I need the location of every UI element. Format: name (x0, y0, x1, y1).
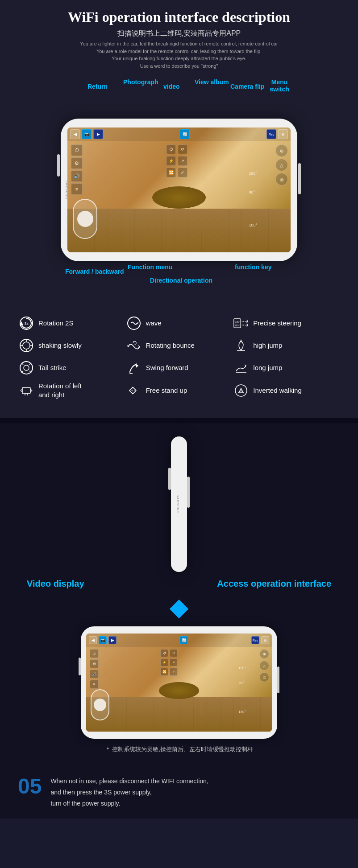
room-floor-3 (86, 697, 272, 732)
ph3-ri-2[interactable]: △ (259, 661, 269, 671)
svg-text:/90°: /90° (235, 324, 240, 327)
ph3-return[interactable]: ◀ (89, 636, 97, 644)
rotation2s-label: Rotation 2S (38, 319, 73, 328)
ph3-ci-4[interactable]: ↗ (170, 658, 178, 666)
free-stand-label: Free stand up (146, 386, 187, 395)
svg-rect-10 (22, 387, 30, 394)
ctrl-1[interactable]: ⏱ (71, 144, 83, 156)
shaking-icon (18, 337, 35, 354)
ph3-capsule-btn (94, 699, 106, 711)
ruler-line (201, 148, 201, 232)
func-free-stand: Free stand up (125, 382, 233, 399)
ph3-ctrl-3[interactable]: 🔊 (90, 670, 99, 679)
func-rotation2s: 2s Rotation 2S (18, 315, 125, 332)
phone-side-right (298, 163, 301, 194)
ph3-side-l (79, 658, 81, 675)
wave-icon (125, 315, 142, 332)
ri-2[interactable]: △ (275, 159, 288, 171)
rotation2s-icon: 2s (18, 315, 35, 332)
video-section: SAMSUNG (0, 423, 358, 626)
phone-screen-1: ◀ 📷 ▶ 🔄 Rev ⊕ ⏱ ⚙ 🔊 (67, 128, 291, 252)
ph3-ci-1[interactable]: ⏱ (160, 649, 168, 657)
ph3-capsule (91, 689, 109, 720)
func-swing-forward: Swing forward (125, 359, 233, 376)
ph3-ci-5[interactable]: 🔀 (160, 668, 168, 676)
func-wave: wave (125, 315, 233, 332)
ctrl-3[interactable]: 🔊 (71, 170, 83, 182)
phone-1-wrapper: SAMSUNG ◀ 📷 ▶ 🔄 Rev ⊕ (18, 119, 340, 261)
ph3-center-icons: ⏱ ↺ ⚡ ↗ 🔀 ⤢ (160, 649, 178, 676)
ph3-top-bar: ◀ 📷 ▶ 🔄 Rev ⊕ (86, 634, 272, 647)
func-precise: 180° /90° Precise steering (233, 315, 340, 332)
ph3-side-r (277, 666, 279, 693)
bottom-note-section: ＊ 控制系统较为灵敏,操控前后、左右时请缓慢推动控制杆 (18, 739, 340, 760)
ph3-photo[interactable]: 📷 (99, 636, 107, 644)
ci-2[interactable]: ↺ (178, 144, 187, 154)
tail-strike-icon (18, 359, 35, 376)
ctrl-2[interactable]: ⚙ (71, 157, 83, 169)
ci-6[interactable]: ⤢ (178, 168, 187, 177)
ph3-left-controls: ⏱ ⚙ 🔊 ≡ (90, 649, 99, 689)
rev-btn[interactable]: Rev (266, 129, 276, 139)
free-stand-icon (125, 382, 142, 399)
ph3-ci-2[interactable]: ↺ (170, 649, 178, 657)
divider-1 (0, 418, 358, 423)
ph3-angle-180b: 180° (238, 710, 246, 714)
footer-instructions: When not in use, please disconnect the W… (50, 776, 208, 810)
label-camera-flip: Camera flip (230, 83, 264, 90)
svg-text:180°: 180° (235, 321, 241, 323)
ctrl-4[interactable]: ≡ (71, 183, 83, 195)
ci-5[interactable]: 🔀 (166, 168, 176, 177)
chinese-subtitle: 扫描说明书上二维码,安装商品专用APP (18, 29, 340, 38)
bottom-labels: Forward / backward Function menu Directi… (61, 261, 297, 292)
ci-1[interactable]: ⏱ (166, 144, 176, 154)
ci-3[interactable]: ⚡ (166, 156, 176, 166)
ph3-rev[interactable]: Rev (251, 636, 259, 644)
tail-strike-label: Tail strike (38, 363, 67, 372)
ri-1[interactable]: ⊕ (275, 144, 288, 157)
rotating-bounce-label: Rotating bounce (146, 341, 195, 350)
func-row-4: Rotation of left and right Free stand up (18, 382, 340, 399)
left-controls: ⏱ ⚙ 🔊 ≡ (71, 144, 83, 195)
label-photograph: Photograph (123, 78, 158, 86)
phone-1: SAMSUNG ◀ 📷 ▶ 🔄 Rev ⊕ (61, 119, 297, 261)
svg-point-7 (23, 342, 30, 349)
ph3-ctrl-1[interactable]: ⏱ (90, 649, 99, 658)
center-icons: ⏱ ↺ ⚡ ↗ 🔀 ⤢ (166, 144, 187, 177)
svg-text:2s: 2s (25, 321, 29, 325)
menu-btn[interactable]: ⊕ (278, 129, 288, 139)
ph3-flip[interactable]: 🔄 (180, 636, 188, 644)
long-jump-label: long jump (253, 363, 282, 372)
ph3-menu[interactable]: ⊕ (261, 636, 269, 644)
ph3-video[interactable]: ▶ (108, 636, 117, 644)
camera-flip-btn[interactable]: 🔄 (180, 129, 190, 139)
bottom-note-text: ＊ 控制系统较为灵敏,操控前后、左右时请缓慢推动控制杆 (45, 745, 313, 753)
room-floor (67, 209, 291, 252)
photo-btn[interactable]: 📷 (82, 129, 92, 139)
ci-4[interactable]: ↗ (178, 156, 187, 166)
wave-label: wave (146, 319, 162, 328)
ph3-ri-1[interactable]: ⊕ (259, 649, 269, 659)
ph3-ctrl-4[interactable]: ≡ (90, 680, 99, 689)
rotation-lr-icon (18, 382, 35, 399)
ri-3[interactable]: ◎ (275, 173, 288, 185)
ph3-ctrl-2[interactable]: ⚙ (90, 659, 99, 668)
func-shaking: shaking slowly (18, 337, 125, 354)
phone-3-wrapper: SAMSUNG ◀ 📷 ▶ 🔄 Rev ⊕ (18, 626, 340, 739)
label-menu-switch: Menu switch (262, 78, 297, 93)
ph3-ri-3[interactable]: ◎ (259, 672, 269, 682)
ph3-ci-6[interactable]: ⤢ (170, 668, 178, 676)
room-table (152, 186, 206, 209)
label-directional: Directional operation (150, 277, 212, 284)
video-labels: Video display Access operation interface (18, 572, 340, 598)
ph3-ci-3[interactable]: ⚡ (160, 658, 168, 666)
video-btn[interactable]: ▶ (93, 129, 103, 139)
label-return: Return (87, 83, 108, 90)
label-function-key: function key (235, 263, 271, 271)
ph3-ruler (201, 649, 201, 716)
func-long-jump: long jump (233, 359, 340, 376)
rotation-lr-label: Rotation of left and right (38, 382, 82, 399)
inverted-label: Inverted walking (253, 386, 301, 395)
func-high-jump: high jump (233, 337, 340, 354)
return-btn[interactable]: ◀ (70, 129, 80, 139)
